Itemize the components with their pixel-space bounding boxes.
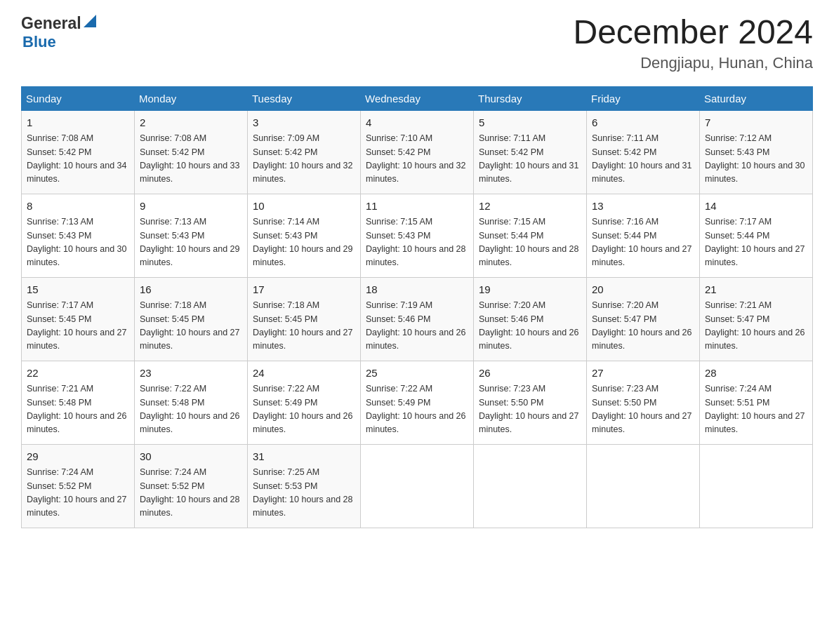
day-info: Sunrise: 7:11 AMSunset: 5:42 PMDaylight:… [592,132,694,187]
calendar-cell: 2Sunrise: 7:08 AMSunset: 5:42 PMDaylight… [135,110,248,194]
days-header-row: SundayMondayTuesdayWednesdayThursdayFrid… [22,86,813,110]
month-title: December 2024 [573,14,813,51]
calendar-cell: 17Sunrise: 7:18 AMSunset: 5:45 PMDayligh… [248,277,361,361]
day-number: 6 [592,115,694,131]
header-monday: Monday [135,86,248,110]
page-header: General Blue December 2024 Dengjiapu, Hu… [21,14,813,72]
day-info: Sunrise: 7:17 AMSunset: 5:45 PMDaylight:… [27,299,129,354]
title-section: December 2024 Dengjiapu, Hunan, China [573,14,813,72]
day-info: Sunrise: 7:20 AMSunset: 5:47 PMDaylight:… [592,299,694,354]
day-number: 25 [366,365,468,382]
logo-triangle-icon [84,15,96,27]
day-info: Sunrise: 7:11 AMSunset: 5:42 PMDaylight:… [479,132,581,187]
week-row-5: 29Sunrise: 7:24 AMSunset: 5:52 PMDayligh… [22,444,813,528]
day-number: 22 [27,365,129,382]
calendar-cell: 20Sunrise: 7:20 AMSunset: 5:47 PMDayligh… [587,277,700,361]
day-number: 5 [479,115,581,131]
header-saturday: Saturday [700,86,813,110]
calendar-cell: 7Sunrise: 7:12 AMSunset: 5:43 PMDaylight… [700,110,813,194]
day-info: Sunrise: 7:12 AMSunset: 5:43 PMDaylight:… [705,132,807,187]
day-info: Sunrise: 7:21 AMSunset: 5:48 PMDaylight:… [27,382,129,437]
location-subtitle: Dengjiapu, Hunan, China [573,54,813,72]
calendar-cell: 26Sunrise: 7:23 AMSunset: 5:50 PMDayligh… [474,361,587,444]
header-tuesday: Tuesday [248,86,361,110]
calendar-table: SundayMondayTuesdayWednesdayThursdayFrid… [21,86,813,528]
calendar-cell: 1Sunrise: 7:08 AMSunset: 5:42 PMDaylight… [22,110,135,194]
day-info: Sunrise: 7:22 AMSunset: 5:49 PMDaylight:… [253,382,355,437]
day-number: 20 [592,282,694,298]
calendar-cell: 19Sunrise: 7:20 AMSunset: 5:46 PMDayligh… [474,277,587,361]
calendar-cell: 25Sunrise: 7:22 AMSunset: 5:49 PMDayligh… [361,361,474,444]
calendar-cell: 28Sunrise: 7:24 AMSunset: 5:51 PMDayligh… [700,361,813,444]
day-info: Sunrise: 7:09 AMSunset: 5:42 PMDaylight:… [253,132,355,187]
day-number: 18 [366,282,468,298]
day-number: 14 [705,199,807,215]
calendar-cell: 21Sunrise: 7:21 AMSunset: 5:47 PMDayligh… [700,277,813,361]
calendar-cell: 22Sunrise: 7:21 AMSunset: 5:48 PMDayligh… [22,361,135,444]
day-number: 27 [592,365,694,382]
calendar-cell: 15Sunrise: 7:17 AMSunset: 5:45 PMDayligh… [22,277,135,361]
calendar-cell: 23Sunrise: 7:22 AMSunset: 5:48 PMDayligh… [135,361,248,444]
calendar-cell: 30Sunrise: 7:24 AMSunset: 5:52 PMDayligh… [135,444,248,528]
calendar-cell: 16Sunrise: 7:18 AMSunset: 5:45 PMDayligh… [135,277,248,361]
day-info: Sunrise: 7:15 AMSunset: 5:43 PMDaylight:… [366,215,468,270]
day-number: 31 [253,449,355,465]
day-number: 24 [253,365,355,382]
day-number: 11 [366,199,468,215]
day-info: Sunrise: 7:23 AMSunset: 5:50 PMDaylight:… [479,382,581,437]
day-info: Sunrise: 7:16 AMSunset: 5:44 PMDaylight:… [592,215,694,270]
day-number: 30 [140,449,242,465]
header-friday: Friday [587,86,700,110]
day-info: Sunrise: 7:21 AMSunset: 5:47 PMDaylight:… [705,299,807,354]
day-info: Sunrise: 7:13 AMSunset: 5:43 PMDaylight:… [140,215,242,270]
calendar-cell: 24Sunrise: 7:22 AMSunset: 5:49 PMDayligh… [248,361,361,444]
day-number: 13 [592,199,694,215]
calendar-cell [361,444,474,528]
day-number: 9 [140,199,242,215]
calendar-cell: 4Sunrise: 7:10 AMSunset: 5:42 PMDaylight… [361,110,474,194]
day-number: 28 [705,365,807,382]
day-info: Sunrise: 7:20 AMSunset: 5:46 PMDaylight:… [479,299,581,354]
calendar-cell: 29Sunrise: 7:24 AMSunset: 5:52 PMDayligh… [22,444,135,528]
day-info: Sunrise: 7:23 AMSunset: 5:50 PMDaylight:… [592,382,694,437]
day-number: 12 [479,199,581,215]
day-number: 26 [479,365,581,382]
calendar-cell: 31Sunrise: 7:25 AMSunset: 5:53 PMDayligh… [248,444,361,528]
day-info: Sunrise: 7:08 AMSunset: 5:42 PMDaylight:… [140,132,242,187]
day-number: 3 [253,115,355,131]
day-number: 8 [27,199,129,215]
day-info: Sunrise: 7:22 AMSunset: 5:49 PMDaylight:… [366,382,468,437]
calendar-cell: 12Sunrise: 7:15 AMSunset: 5:44 PMDayligh… [474,194,587,277]
calendar-cell: 18Sunrise: 7:19 AMSunset: 5:46 PMDayligh… [361,277,474,361]
calendar-cell: 5Sunrise: 7:11 AMSunset: 5:42 PMDaylight… [474,110,587,194]
day-info: Sunrise: 7:22 AMSunset: 5:48 PMDaylight:… [140,382,242,437]
day-number: 23 [140,365,242,382]
calendar-cell: 8Sunrise: 7:13 AMSunset: 5:43 PMDaylight… [22,194,135,277]
day-number: 7 [705,115,807,131]
day-number: 21 [705,282,807,298]
logo-blue-text: Blue [22,33,96,51]
week-row-3: 15Sunrise: 7:17 AMSunset: 5:45 PMDayligh… [22,277,813,361]
day-number: 16 [140,282,242,298]
day-number: 29 [27,449,129,465]
day-info: Sunrise: 7:15 AMSunset: 5:44 PMDaylight:… [479,215,581,270]
day-number: 19 [479,282,581,298]
week-row-4: 22Sunrise: 7:21 AMSunset: 5:48 PMDayligh… [22,361,813,444]
day-info: Sunrise: 7:17 AMSunset: 5:44 PMDaylight:… [705,215,807,270]
calendar-cell [587,444,700,528]
header-wednesday: Wednesday [361,86,474,110]
calendar-cell [474,444,587,528]
day-number: 4 [366,115,468,131]
day-info: Sunrise: 7:18 AMSunset: 5:45 PMDaylight:… [140,299,242,354]
week-row-1: 1Sunrise: 7:08 AMSunset: 5:42 PMDaylight… [22,110,813,194]
day-number: 10 [253,199,355,215]
day-info: Sunrise: 7:10 AMSunset: 5:42 PMDaylight:… [366,132,468,187]
header-thursday: Thursday [474,86,587,110]
day-info: Sunrise: 7:13 AMSunset: 5:43 PMDaylight:… [27,215,129,270]
calendar-cell: 11Sunrise: 7:15 AMSunset: 5:43 PMDayligh… [361,194,474,277]
day-number: 2 [140,115,242,131]
day-info: Sunrise: 7:18 AMSunset: 5:45 PMDaylight:… [253,299,355,354]
calendar-cell: 6Sunrise: 7:11 AMSunset: 5:42 PMDaylight… [587,110,700,194]
day-number: 17 [253,282,355,298]
day-number: 15 [27,282,129,298]
